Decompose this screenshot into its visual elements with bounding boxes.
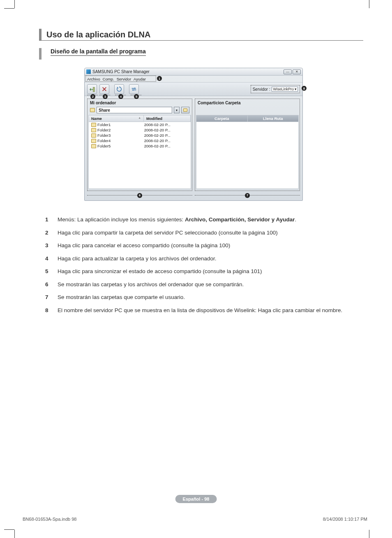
toolbar: 2 3 4 5 Servidor : WiseLinkPro▾ 8 bbox=[85, 82, 302, 96]
legend-text-2: Haga clic para compartir la carpeta del … bbox=[58, 229, 357, 237]
share-button[interactable] bbox=[87, 84, 97, 94]
footer-left: BN68-01653A-Spa.indb 98 bbox=[23, 517, 76, 522]
refresh-button[interactable] bbox=[114, 84, 124, 94]
list-item[interactable]: Folder32008-02-20 P... bbox=[89, 133, 191, 138]
title-row: Uso de la aplicación DLNA bbox=[39, 29, 363, 41]
legend-text-6: Se mostrarán las carpetas y los archivos… bbox=[58, 280, 357, 289]
sync-button[interactable] bbox=[129, 84, 139, 94]
col-modified[interactable]: Modified bbox=[144, 115, 191, 122]
legend-num: 8 bbox=[45, 306, 58, 315]
server-label: Servidor : bbox=[253, 87, 270, 92]
page-title: Uso de la aplicación DLNA bbox=[46, 29, 150, 40]
menu-servidor[interactable]: Servidor bbox=[117, 77, 131, 81]
folder-icon bbox=[91, 144, 96, 148]
col-name[interactable]: Name bbox=[89, 115, 144, 122]
callout-4: 4 bbox=[118, 94, 123, 99]
menu-ayudar[interactable]: Ayudar bbox=[134, 77, 146, 81]
folder-icon bbox=[91, 133, 96, 138]
server-dropdown[interactable]: WiseLinkPro▾ bbox=[272, 87, 298, 92]
window-title: SAMSUNG PC Share Manager bbox=[92, 69, 150, 74]
page-badge: Español - 98 bbox=[175, 495, 217, 503]
app-screenshot: SAMSUNG PC Share Manager — ✕ Archivo Com… bbox=[84, 68, 303, 201]
legend-text-8: El nombre del servidor PC que se muestra… bbox=[58, 306, 357, 315]
legend-text-3: Haga clic para cancelar el acceso compar… bbox=[58, 241, 357, 250]
menubar: Archivo Comp. Servidor Ayudar 1 bbox=[85, 76, 302, 82]
menu-comp[interactable]: Comp. bbox=[103, 77, 114, 81]
footer: BN68-01653A-Spa.indb 98 8/14/2008 1:10:1… bbox=[23, 517, 367, 522]
legend-text-7: Se mostrarán las carpetas que comparte e… bbox=[58, 293, 357, 301]
menu-archivo[interactable]: Archivo bbox=[87, 77, 100, 81]
legend-num: 3 bbox=[45, 241, 58, 250]
minimize-button[interactable]: — bbox=[284, 69, 292, 74]
list-item[interactable]: Folder52008-02-20 P... bbox=[89, 143, 191, 149]
title-accent-bar bbox=[39, 29, 42, 40]
list-item[interactable]: Folder22008-02-20 P... bbox=[89, 127, 191, 133]
callout-8: 8 bbox=[302, 86, 307, 91]
app-logo-icon bbox=[86, 69, 91, 74]
folder-icon bbox=[91, 139, 96, 143]
server-combo-wrap: Servidor : WiseLinkPro▾ bbox=[251, 85, 300, 93]
subtitle-row: Diseño de la pantalla del programa bbox=[39, 48, 363, 60]
left-file-list[interactable]: Name Modified Folder12008-02-20 P... Fol… bbox=[88, 115, 191, 189]
legend-num: 4 bbox=[45, 255, 58, 263]
legend-num: 5 bbox=[45, 267, 58, 276]
legend-num: 1 bbox=[45, 216, 58, 224]
left-pane-title: Mi ordenador bbox=[88, 100, 191, 106]
list-item[interactable]: Folder12008-02-20 P... bbox=[89, 122, 191, 127]
col-carpeta[interactable]: Carpeta bbox=[196, 115, 248, 122]
legend: 1Menús: La aplicación incluye los menús … bbox=[45, 216, 357, 320]
up-folder-button[interactable] bbox=[181, 107, 189, 113]
close-button[interactable]: ✕ bbox=[293, 69, 301, 74]
unshare-button[interactable] bbox=[99, 84, 109, 94]
legend-num: 6 bbox=[45, 280, 58, 289]
callout-1: 1 bbox=[157, 76, 162, 81]
subtitle-accent-bar bbox=[39, 48, 42, 60]
path-combo-arrow[interactable]: ▼ bbox=[174, 107, 180, 113]
titlebar: SAMSUNG PC Share Manager — ✕ bbox=[85, 68, 302, 76]
callout-2: 2 bbox=[90, 94, 95, 99]
col-llena-ruta[interactable]: Llena Ruta bbox=[248, 115, 299, 122]
subtitle: Diseño de la pantalla del programa bbox=[51, 48, 146, 56]
folder-icon bbox=[91, 123, 96, 127]
callout-5: 5 bbox=[134, 94, 139, 99]
right-pane-title: Comparticion Carpeta bbox=[196, 100, 299, 106]
callout-3: 3 bbox=[103, 94, 108, 99]
svg-rect-0 bbox=[93, 87, 95, 92]
list-item[interactable]: Folder42008-02-20 P... bbox=[89, 138, 191, 143]
footer-right: 8/14/2008 1:10:17 PM bbox=[323, 517, 367, 522]
legend-text-1: Menús: La aplicación incluye los menús s… bbox=[58, 216, 357, 224]
legend-text-4: Haga clic para actualizar la carpeta y l… bbox=[58, 255, 357, 263]
legend-num: 7 bbox=[45, 293, 58, 301]
folder-icon bbox=[90, 108, 95, 112]
right-share-list[interactable]: Carpeta Llena Ruta bbox=[196, 115, 299, 189]
legend-text-5: Haga clic para sincronizar el estado de … bbox=[58, 267, 357, 276]
callout-7: 7 bbox=[245, 193, 250, 198]
path-combo[interactable]: Share bbox=[97, 107, 172, 113]
folder-icon bbox=[91, 128, 96, 132]
callout-6: 6 bbox=[137, 193, 142, 198]
legend-num: 2 bbox=[45, 229, 58, 237]
